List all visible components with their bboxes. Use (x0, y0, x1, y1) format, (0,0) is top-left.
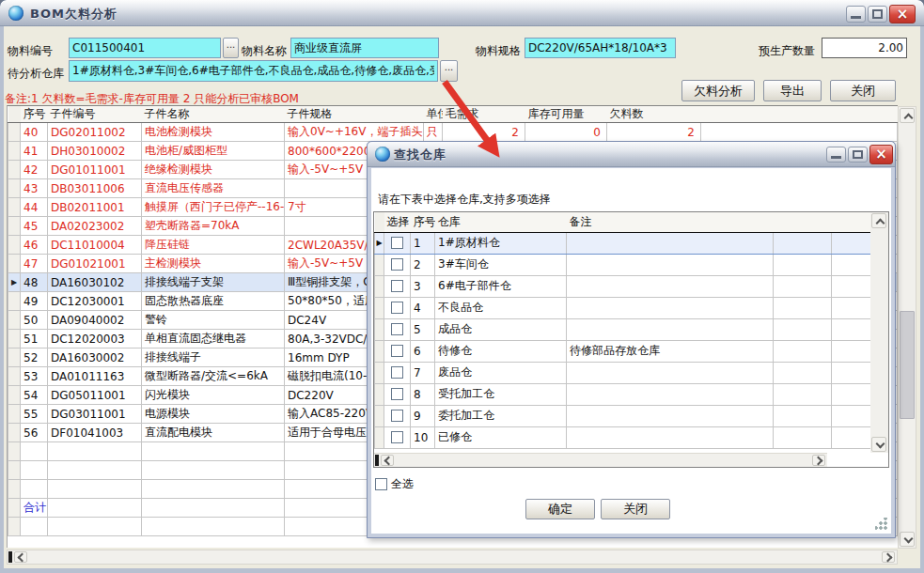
dialog-client: 请在下表中选择仓库,支持多项选择 选择 序号 仓库 备注 (371, 168, 891, 534)
col-shortage[interactable]: 欠料数 (607, 106, 701, 123)
warehouse-checkbox[interactable] (391, 323, 403, 335)
splitter-handle[interactable] (375, 455, 379, 466)
col-unit[interactable]: 单位 (424, 106, 443, 123)
window-title: BOM欠料分析 (30, 6, 117, 23)
col-available[interactable]: 库存可用量 (525, 106, 607, 123)
qty-input[interactable] (822, 38, 907, 58)
warehouse-checkbox[interactable] (391, 237, 403, 249)
material-spec-label: 物料规格 (476, 43, 521, 59)
warehouse-checkbox[interactable] (391, 431, 403, 443)
chevron-right-icon (884, 553, 893, 563)
close-icon: × (897, 6, 909, 23)
maximize-icon (853, 150, 863, 159)
chevron-left-icon (18, 553, 27, 563)
material-name-label: 物料名称 (242, 43, 287, 59)
splitter-handle[interactable] (8, 551, 12, 563)
material-no-browse-button[interactable]: ... (223, 38, 239, 58)
scroll-right-button[interactable] (882, 551, 895, 563)
chevron-left-icon (384, 457, 394, 466)
warehouse-row[interactable]: 5成品仓 (375, 318, 871, 340)
window-titlebar[interactable]: BOM欠料分析 × (0, 0, 924, 26)
select-all-checkbox[interactable] (375, 478, 387, 490)
col-demand[interactable]: 毛需求 (443, 106, 525, 123)
main-horizontal-scrollbar[interactable] (7, 550, 898, 565)
col-spec[interactable]: 子件规格 (285, 106, 424, 123)
col-warehouse[interactable]: 仓库 (435, 212, 567, 232)
warehouse-browse-button[interactable]: ... (440, 60, 458, 82)
col-seq[interactable]: 序号 (411, 212, 435, 232)
qty-label: 预生产数量 (759, 43, 815, 59)
warehouse-checkbox[interactable] (391, 345, 403, 357)
col-select[interactable]: 选择 (384, 212, 411, 232)
chevron-down-icon (904, 534, 914, 544)
dialog-close-button[interactable]: × (869, 145, 893, 164)
scroll-up-button[interactable] (871, 213, 886, 228)
minimize-icon (831, 156, 841, 159)
scroll-right-button[interactable] (812, 455, 825, 466)
warehouse-table-header: 选择 序号 仓库 备注 (375, 212, 871, 232)
dialog-instruction: 请在下表中选择仓库,支持多项选择 (378, 192, 551, 208)
close-icon: × (875, 146, 887, 163)
chevron-right-icon (814, 457, 823, 466)
resize-grip[interactable] (875, 518, 887, 530)
warehouse-checkbox[interactable] (391, 280, 403, 292)
warehouse-row[interactable]: 4不良品仓 (375, 297, 871, 318)
warehouse-label: 待分析仓库 (8, 66, 64, 82)
warehouse-checkbox[interactable] (391, 388, 403, 400)
scroll-up-button[interactable] (900, 108, 915, 123)
dialog-titlebar[interactable]: 查找仓库 × (368, 142, 895, 167)
col-remark[interactable]: 备注 (567, 212, 774, 232)
minimize-button[interactable] (846, 6, 866, 23)
warehouse-horizontal-scrollbar[interactable] (374, 453, 827, 467)
warehouse-checkbox[interactable] (391, 410, 403, 422)
shortage-analyze-button[interactable]: 欠料分析 (681, 80, 755, 101)
warehouse-table: 选择 序号 仓库 备注 ▶11#原材料仓23#车间仓36#电子部件仓4不良品仓5… (373, 211, 889, 468)
col-name[interactable]: 子件名称 (142, 106, 285, 123)
table-row[interactable]: 40DG02011002电池检测模块输入0V~+16V，端子插头,波只202 (8, 123, 898, 142)
scroll-left-button[interactable] (14, 551, 27, 563)
dialog-minimize-button[interactable] (826, 147, 846, 163)
export-button[interactable]: 导出 (763, 80, 822, 101)
warehouse-row[interactable]: 10已修仓 (375, 426, 871, 448)
warehouse-row[interactable]: 23#车间仓 (375, 254, 871, 275)
material-no-input[interactable] (69, 38, 221, 58)
scroll-left-button[interactable] (381, 455, 394, 466)
warehouse-row[interactable]: 6待修仓待修部品存放仓库 (375, 340, 871, 362)
warehouse-checkbox[interactable] (391, 302, 403, 314)
warehouse-checkbox[interactable] (391, 258, 403, 271)
bom-table-header: 序号 子件编号 子件名称 子件规格 单位 毛需求 库存可用量 欠料数 (8, 106, 898, 123)
maximize-button[interactable] (868, 6, 887, 23)
select-all-label: 全选 (391, 476, 414, 492)
dialog-maximize-button[interactable] (848, 147, 868, 163)
minimize-icon (851, 16, 861, 19)
warehouse-row[interactable]: 36#电子部件仓 (375, 275, 871, 297)
warehouse-row[interactable]: 7废品仓 (375, 362, 871, 383)
maximize-icon (872, 9, 883, 19)
close-button[interactable]: × (889, 5, 916, 23)
warehouse-row[interactable]: 9委托加工仓 (375, 405, 871, 426)
close-window-button[interactable]: 关闭 (830, 80, 896, 101)
vertical-scroll-thumb[interactable] (900, 311, 915, 419)
dialog-cancel-button[interactable]: 关闭 (601, 499, 670, 519)
bom-shortage-window: BOM欠料分析 × 物料编号 ... 物料名称 物料规格 预生产数量 待分析仓库… (0, 0, 924, 573)
material-spec-input[interactable] (525, 38, 676, 58)
dialog-title: 查找仓库 (394, 147, 446, 163)
warehouse-vertical-scrollbar[interactable] (870, 212, 888, 453)
chevron-up-icon (904, 114, 914, 123)
dialog-ok-button[interactable]: 确定 (525, 499, 595, 519)
col-no[interactable]: 序号 (21, 106, 48, 123)
warehouse-row[interactable]: 8受托加工仓 (375, 383, 871, 405)
material-name-input[interactable] (290, 38, 439, 58)
warehouse-checkbox[interactable] (391, 366, 403, 379)
select-all-row[interactable]: 全选 (375, 476, 414, 492)
find-warehouse-dialog: 查找仓库 × 请在下表中选择仓库,支持多项选择 选择 (367, 141, 896, 538)
chevron-down-icon (876, 440, 885, 449)
main-vertical-scrollbar[interactable] (898, 106, 916, 549)
scroll-down-button[interactable] (871, 437, 886, 452)
col-code[interactable]: 子件编号 (48, 106, 142, 123)
material-no-label: 物料编号 (8, 43, 53, 59)
warehouse-input[interactable] (69, 60, 438, 82)
warehouse-row[interactable]: ▶11#原材料仓 (375, 232, 871, 254)
app-globe-icon (8, 6, 23, 21)
scroll-down-button[interactable] (900, 532, 915, 547)
